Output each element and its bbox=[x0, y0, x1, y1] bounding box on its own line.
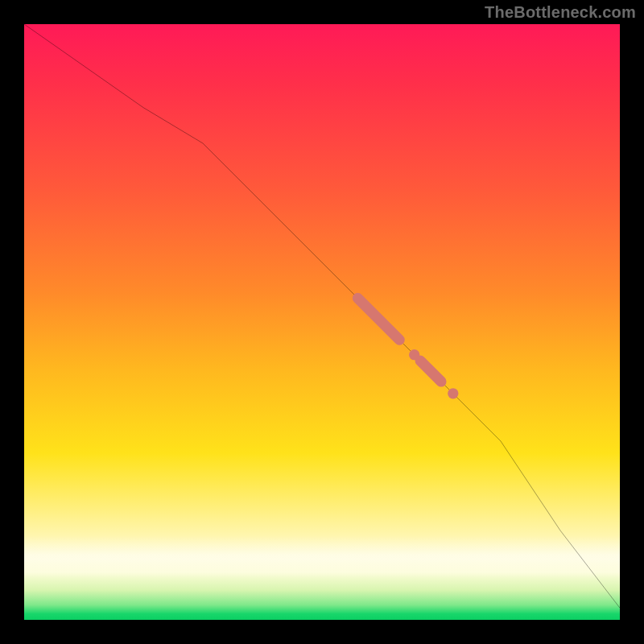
marker-dot-d bbox=[448, 388, 458, 398]
watermark-text: TheBottleneck.com bbox=[485, 3, 636, 22]
marker-segment-c bbox=[420, 361, 441, 382]
plot-area bbox=[24, 24, 620, 620]
chart-frame: TheBottleneck.com bbox=[0, 0, 644, 644]
bottleneck-curve bbox=[24, 24, 620, 608]
chart-svg-layer bbox=[24, 24, 620, 620]
marker-segment-a bbox=[357, 298, 399, 340]
